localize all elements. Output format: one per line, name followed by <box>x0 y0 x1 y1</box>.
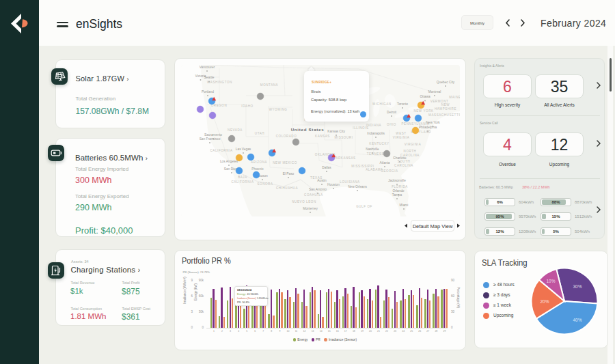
svg-text:Tampa: Tampa <box>392 193 402 197</box>
svg-text:Las Vegas: Las Vegas <box>236 148 251 151</box>
svg-text:Nashville: Nashville <box>366 148 379 151</box>
svg-text:INDIANA: INDIANA <box>366 124 381 127</box>
svg-text:COAHUILA: COAHUILA <box>304 193 323 197</box>
svg-text:IDAHO: IDAHO <box>241 104 253 108</box>
svg-text:CAROLINA: CAROLINA <box>394 164 413 167</box>
svg-text:El Paso: El Paso <box>283 172 295 176</box>
svg-text:VIRGINIA: VIRGINIA <box>393 136 410 139</box>
svg-text:WEST: WEST <box>396 132 406 135</box>
svg-text:Philadelphia: Philadelphia <box>419 126 437 129</box>
svg-text:WYOMING: WYOMING <box>269 108 288 111</box>
svg-text:United States: United States <box>291 127 325 132</box>
svg-text:Ottawa: Ottawa <box>420 95 430 98</box>
svg-text:KANSAS: KANSAS <box>315 135 330 138</box>
svg-text:Atlanta: Atlanta <box>380 161 390 165</box>
svg-text:Charlotte: Charlotte <box>393 156 407 160</box>
svg-text:Vancouver: Vancouver <box>200 66 215 69</box>
svg-text:Montreal: Montreal <box>428 90 441 94</box>
svg-text:GULF OF: GULF OF <box>356 205 372 208</box>
svg-text:NEW MEXICO: NEW MEXICO <box>273 161 297 165</box>
svg-text:CHIHUAHUA: CHIHUAHUA <box>276 186 298 190</box>
svg-text:NEW YORK: NEW YORK <box>413 109 433 113</box>
svg-text:UTAH: UTAH <box>255 132 264 135</box>
svg-text:CALIFORNIA: CALIFORNIA <box>210 149 232 152</box>
svg-text:NEVADA: NEVADA <box>228 128 243 132</box>
svg-text:VIRGINIA: VIRGINIA <box>405 143 422 146</box>
svg-text:San Francisco: San Francisco <box>200 137 221 141</box>
svg-text:Miami: Miami <box>400 204 409 207</box>
svg-text:MICHIGAN: MICHIGAN <box>372 102 391 106</box>
svg-text:NEW: NEW <box>441 103 450 107</box>
svg-text:GEORGIA: GEORGIA <box>381 169 398 173</box>
svg-text:Phoenix: Phoenix <box>251 167 264 171</box>
svg-text:Seattle: Seattle <box>204 76 215 79</box>
svg-text:MASSACHUSETTS: MASSACHUSETTS <box>428 113 460 117</box>
svg-text:FLORIDA: FLORIDA <box>392 185 408 188</box>
svg-text:ARKANSAS: ARKANSAS <box>336 156 355 160</box>
svg-text:COLORADO: COLORADO <box>276 135 297 138</box>
svg-text:San Antonio: San Antonio <box>309 188 327 191</box>
svg-text:NORTH: NORTH <box>404 150 417 153</box>
svg-text:Kansas City: Kansas City <box>327 130 345 133</box>
svg-text:MAINE: MAINE <box>449 96 460 99</box>
svg-text:MONTANA: MONTANA <box>260 83 278 87</box>
svg-text:Orlando: Orlando <box>392 189 404 193</box>
svg-text:KENTUCKY: KENTUCKY <box>369 142 389 145</box>
svg-text:WASHINGTON: WASHINGTON <box>207 81 232 84</box>
svg-text:Austin: Austin <box>317 179 327 182</box>
svg-text:Sacramento: Sacramento <box>204 133 222 137</box>
svg-text:Houston: Houston <box>327 183 340 186</box>
svg-text:MISSOURI: MISSOURI <box>334 136 353 139</box>
svg-text:New York: New York <box>426 121 440 124</box>
svg-text:CALIFORNIA: CALIFORNIA <box>231 180 254 184</box>
svg-text:Detroit: Detroit <box>387 111 397 114</box>
svg-text:NUEVO LEON: NUEVO LEON <box>292 200 316 204</box>
svg-text:Indianapolis: Indianapolis <box>367 132 385 135</box>
svg-text:OHIO: OHIO <box>387 123 396 126</box>
svg-text:LOUISIANA: LOUISIANA <box>340 180 359 184</box>
svg-text:Jacksonville: Jacksonville <box>388 179 406 182</box>
svg-text:Toronto: Toronto <box>397 102 408 106</box>
svg-text:SONORA: SONORA <box>257 182 273 186</box>
svg-text:HAMPSHIRE: HAMPSHIRE <box>435 107 456 111</box>
svg-text:Los Angeles: Los Angeles <box>220 160 238 163</box>
svg-text:BAJA: BAJA <box>238 176 247 179</box>
svg-text:New Orleans: New Orleans <box>348 185 367 188</box>
svg-text:ARIZONA: ARIZONA <box>251 160 267 164</box>
svg-text:Monterrey: Monterrey <box>303 207 318 210</box>
svg-text:Dallas: Dallas <box>322 166 331 169</box>
svg-text:Quebec City: Quebec City <box>437 81 455 84</box>
svg-text:Portland: Portland <box>202 90 214 94</box>
